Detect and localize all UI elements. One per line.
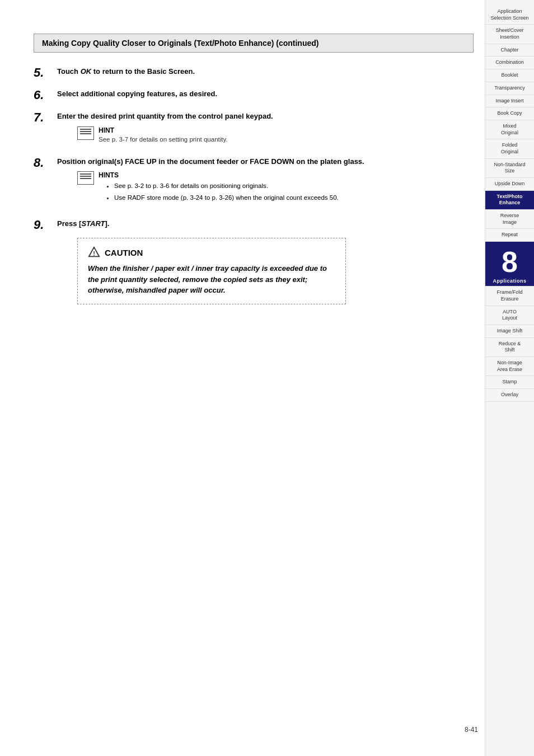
hints-label-8: HINTS bbox=[99, 171, 339, 179]
step-number-7: 7. bbox=[34, 111, 54, 124]
sidebar-item-mixed-original[interactable]: MixedOriginal bbox=[485, 120, 534, 139]
sidebar-item-non-standard-size[interactable]: Non-StandardSize bbox=[485, 159, 534, 178]
step-content-8: Position original(s) FACE UP in the docu… bbox=[57, 156, 474, 209]
hint-text-7: See p. 3-7 for details on setting print … bbox=[99, 136, 228, 143]
caution-header: ! CAUTION bbox=[88, 246, 335, 259]
sidebar-chapter-8: 8 Applications bbox=[485, 242, 534, 287]
page-title: Making Copy Quality Closer to Originals … bbox=[42, 39, 318, 48]
sidebar-item-sheet-cover[interactable]: Sheet/CoverInsertion bbox=[485, 25, 534, 44]
sidebar-item-application-selection[interactable]: ApplicationSelection Screen bbox=[485, 6, 534, 25]
hint-box-7: HINT See p. 3-7 for details on setting p… bbox=[77, 126, 474, 143]
page-header: Making Copy Quality Closer to Originals … bbox=[34, 34, 474, 53]
hint-text-block-7: HINT See p. 3-7 for details on setting p… bbox=[99, 126, 228, 143]
chapter-label: Applications bbox=[493, 279, 526, 284]
sidebar-item-repeat[interactable]: Repeat bbox=[485, 229, 534, 242]
sidebar-item-text-photo-enhance[interactable]: Text/PhotoEnhance bbox=[485, 191, 534, 210]
step-number-8: 8. bbox=[34, 156, 54, 170]
sidebar-item-book-copy[interactable]: Book Copy bbox=[485, 107, 534, 120]
svg-text:!: ! bbox=[93, 250, 95, 257]
caution-triangle-icon: ! bbox=[88, 246, 100, 259]
hints-text-block-8: HINTS See p. 3-2 to p. 3-6 for details o… bbox=[99, 171, 339, 205]
step-content-6: Select additional copying features, as d… bbox=[57, 88, 474, 100]
sidebar-item-image-insert[interactable]: Image Insert bbox=[485, 95, 534, 108]
sidebar-item-auto-layout[interactable]: AUTOLayout bbox=[485, 306, 534, 325]
step-content-5: Touch OK to return to the Basic Screen. bbox=[57, 66, 474, 77]
page-number: 8-41 bbox=[465, 726, 478, 734]
sidebar-item-non-image-area-erase[interactable]: Non-ImageArea Erase bbox=[485, 357, 534, 376]
caution-title: CAUTION bbox=[105, 248, 143, 257]
hints-list-8: See p. 3-2 to p. 3-6 for details on posi… bbox=[105, 181, 339, 203]
sidebar-item-reverse-image[interactable]: ReverseImage bbox=[485, 210, 534, 229]
chapter-digit: 8 bbox=[502, 247, 518, 276]
step-7: 7. Enter the desired print quantity from… bbox=[34, 111, 474, 147]
hint-icon-7 bbox=[77, 126, 94, 140]
main-content: Making Copy Quality Closer to Originals … bbox=[0, 0, 485, 756]
step-5: 5. Touch OK to return to the Basic Scree… bbox=[34, 66, 474, 79]
caution-text: When the finisher / paper exit / inner t… bbox=[88, 263, 335, 296]
sidebar-item-frame-fold-erasure[interactable]: Frame/FoldErasure bbox=[485, 287, 534, 306]
sidebar: ApplicationSelection Screen Sheet/CoverI… bbox=[485, 0, 534, 756]
sidebar-item-reduce-shift[interactable]: Reduce &Shift bbox=[485, 338, 534, 357]
caution-box: ! CAUTION When the finisher / paper exit… bbox=[77, 238, 346, 304]
sidebar-item-upside-down[interactable]: Upside Down bbox=[485, 178, 534, 191]
sidebar-item-chapter[interactable]: Chapter bbox=[485, 44, 534, 57]
page-container: Making Copy Quality Closer to Originals … bbox=[0, 0, 534, 756]
hint-item-2: Use RADF store mode (p. 3-24 to p. 3-26)… bbox=[114, 193, 339, 203]
sidebar-item-booklet[interactable]: Booklet bbox=[485, 69, 534, 82]
sidebar-item-transparency[interactable]: Transparency bbox=[485, 82, 534, 95]
sidebar-item-folded-original[interactable]: FoldedOriginal bbox=[485, 139, 534, 158]
hint-label-7: HINT bbox=[99, 126, 228, 134]
step-6: 6. Select additional copying features, a… bbox=[34, 88, 474, 102]
step-content-9: Press [START]. ! CAUTION When the finish… bbox=[57, 218, 474, 313]
step-8: 8. Position original(s) FACE UP in the d… bbox=[34, 156, 474, 209]
sidebar-item-overlay[interactable]: Overlay bbox=[485, 389, 534, 402]
step-number-9: 9. bbox=[34, 218, 54, 232]
sidebar-item-combination[interactable]: Combination bbox=[485, 57, 534, 69]
step-9: 9. Press [START]. ! CAUTION When the fin… bbox=[34, 218, 474, 313]
step-content-7: Enter the desired print quantity from th… bbox=[57, 111, 474, 147]
hints-icon-8 bbox=[77, 171, 94, 185]
step-number-6: 6. bbox=[34, 88, 54, 102]
hints-box-8: HINTS See p. 3-2 to p. 3-6 for details o… bbox=[77, 171, 474, 205]
sidebar-item-stamp[interactable]: Stamp bbox=[485, 376, 534, 389]
step-number-5: 5. bbox=[34, 66, 54, 79]
hint-item-1: See p. 3-2 to p. 3-6 for details on posi… bbox=[114, 181, 339, 191]
sidebar-item-image-shift[interactable]: Image Shift bbox=[485, 325, 534, 338]
